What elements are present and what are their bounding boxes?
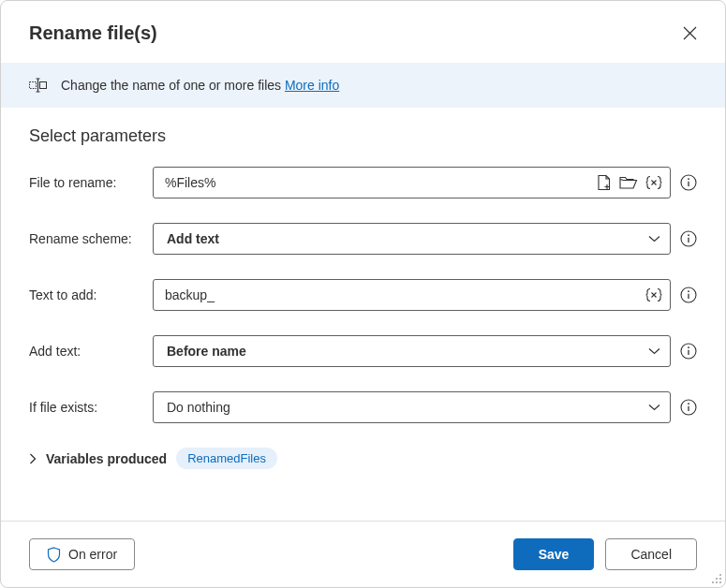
help-file-to-rename[interactable] bbox=[680, 174, 697, 191]
cancel-label: Cancel bbox=[630, 547, 672, 562]
row-rename-scheme: Rename scheme: Add text bbox=[29, 223, 697, 255]
chevron-right-icon bbox=[29, 453, 37, 464]
svg-rect-0 bbox=[30, 82, 37, 89]
svg-point-20 bbox=[719, 578, 721, 580]
if-file-exists-select[interactable]: Do nothing bbox=[153, 391, 671, 423]
shield-icon bbox=[47, 547, 61, 563]
svg-point-10 bbox=[688, 290, 689, 292]
text-to-add-input-wrap[interactable] bbox=[153, 279, 671, 311]
variables-expand-toggle[interactable] bbox=[29, 453, 37, 464]
close-icon bbox=[683, 26, 697, 40]
on-error-label: On error bbox=[68, 547, 117, 562]
file-to-rename-input[interactable] bbox=[165, 175, 597, 190]
svg-point-4 bbox=[688, 178, 689, 180]
label-text-to-add: Text to add: bbox=[29, 287, 145, 302]
info-banner: Change the name of one or more files Mor… bbox=[1, 63, 725, 108]
variable-pill-renamedfiles[interactable]: RenamedFiles bbox=[176, 448, 277, 469]
add-text-value: Before name bbox=[167, 344, 246, 359]
label-file-to-rename: File to rename: bbox=[29, 175, 145, 190]
svg-point-23 bbox=[719, 581, 721, 583]
text-variable-button[interactable] bbox=[645, 287, 662, 302]
select-file-button[interactable] bbox=[597, 174, 612, 191]
svg-point-16 bbox=[688, 403, 689, 404]
svg-point-18 bbox=[719, 574, 721, 576]
variable-icon bbox=[645, 287, 662, 302]
info-icon bbox=[680, 230, 697, 247]
on-error-button[interactable]: On error bbox=[29, 538, 135, 570]
variable-icon bbox=[645, 175, 662, 190]
label-rename-scheme: Rename scheme: bbox=[29, 231, 145, 246]
dialog-footer: On error Save Cancel bbox=[1, 521, 725, 587]
save-button[interactable]: Save bbox=[513, 538, 595, 570]
save-label: Save bbox=[539, 547, 570, 562]
variables-produced-label: Variables produced bbox=[46, 451, 167, 466]
resize-grip-icon[interactable] bbox=[711, 573, 722, 584]
help-add-text[interactable] bbox=[680, 343, 697, 360]
svg-point-21 bbox=[712, 581, 714, 583]
select-folder-button[interactable] bbox=[619, 176, 638, 190]
row-add-text: Add text: Before name bbox=[29, 335, 697, 367]
variables-produced-row: Variables produced RenamedFiles bbox=[29, 448, 697, 469]
rename-action-icon bbox=[29, 78, 48, 93]
row-file-to-rename: File to rename: bbox=[29, 167, 697, 198]
svg-point-7 bbox=[688, 234, 689, 236]
svg-point-13 bbox=[688, 346, 689, 348]
cancel-button[interactable]: Cancel bbox=[605, 538, 697, 570]
label-if-file-exists: If file exists: bbox=[29, 400, 145, 415]
rename-scheme-select[interactable]: Add text bbox=[153, 223, 671, 255]
chevron-down-icon bbox=[648, 404, 660, 411]
section-title: Select parameters bbox=[29, 126, 697, 146]
more-info-link[interactable]: More info bbox=[285, 78, 339, 93]
chevron-down-icon bbox=[648, 347, 660, 355]
row-if-file-exists: If file exists: Do nothing bbox=[29, 391, 697, 423]
svg-rect-1 bbox=[40, 82, 47, 89]
dialog-title: Rename file(s) bbox=[29, 22, 157, 44]
svg-point-22 bbox=[716, 581, 718, 583]
help-text-to-add[interactable] bbox=[680, 287, 697, 303]
label-add-text: Add text: bbox=[29, 344, 145, 359]
text-to-add-input[interactable] bbox=[165, 287, 645, 302]
info-icon bbox=[680, 287, 697, 303]
dialog-header: Rename file(s) bbox=[1, 1, 725, 63]
file-to-rename-input-wrap[interactable] bbox=[153, 167, 671, 198]
info-icon bbox=[680, 343, 697, 360]
if-file-exists-value: Do nothing bbox=[167, 400, 230, 415]
rename-files-dialog: Rename file(s) Change the name of one or… bbox=[0, 0, 726, 588]
svg-point-19 bbox=[716, 578, 718, 580]
help-if-file-exists[interactable] bbox=[680, 399, 697, 416]
row-text-to-add: Text to add: bbox=[29, 279, 697, 311]
close-button[interactable] bbox=[678, 22, 701, 44]
help-rename-scheme[interactable] bbox=[680, 230, 697, 247]
info-icon bbox=[680, 399, 697, 416]
select-variable-button[interactable] bbox=[645, 175, 662, 190]
rename-scheme-value: Add text bbox=[167, 231, 219, 246]
folder-icon bbox=[619, 176, 638, 190]
info-icon bbox=[680, 174, 697, 191]
file-icon bbox=[597, 174, 612, 191]
banner-description: Change the name of one or more files bbox=[61, 78, 281, 93]
chevron-down-icon bbox=[648, 235, 660, 243]
dialog-content: Select parameters File to rename: bbox=[1, 108, 725, 521]
add-text-select[interactable]: Before name bbox=[153, 335, 671, 367]
info-banner-text: Change the name of one or more files Mor… bbox=[61, 78, 339, 93]
